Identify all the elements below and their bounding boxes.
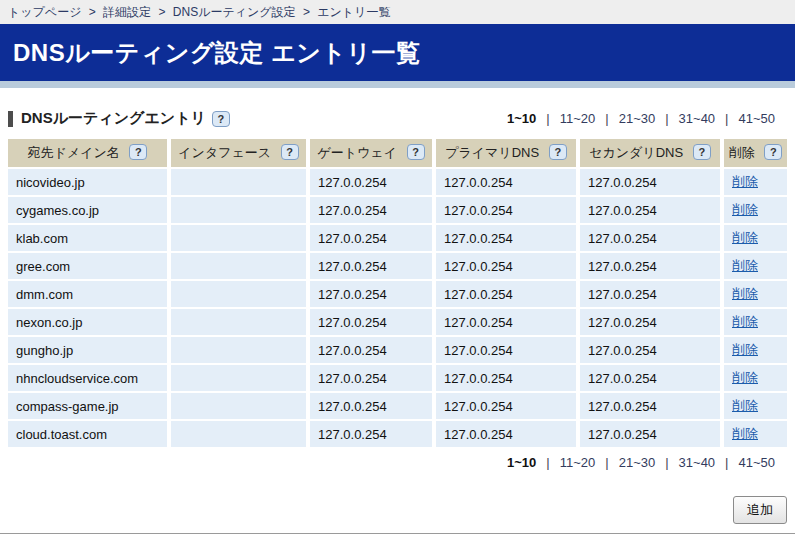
gateway-cell: 127.0.0.254 (308, 168, 434, 196)
delete-link[interactable]: 削除 (732, 314, 758, 329)
pagination-bottom: 1~10|11~20|21~30|31~40|41~50 (8, 455, 775, 470)
primary-dns-cell: 127.0.0.254 (434, 420, 578, 448)
help-icon[interactable]: ? (693, 144, 711, 160)
delete-link[interactable]: 削除 (732, 342, 758, 357)
breadcrumb-separator: > (158, 5, 165, 19)
secondary-dns-cell: 127.0.0.254 (578, 252, 722, 280)
delete-link[interactable]: 削除 (732, 174, 758, 189)
primary-dns-cell: 127.0.0.254 (434, 392, 578, 420)
column-header-gateway: ゲートウェイ ? (308, 139, 434, 168)
page: トップページ > 詳細設定 > DNSルーティング設定 > エントリ一覧 DNS… (0, 0, 795, 543)
pagination-separator: | (725, 111, 728, 126)
gateway-cell: 127.0.0.254 (308, 224, 434, 252)
breadcrumb-link-advanced-settings[interactable]: 詳細設定 (103, 5, 151, 19)
main-content: DNSルーティングエントリ ? 1~10|11~20|21~30|31~40|4… (0, 109, 795, 524)
pagination-top: 1~10|11~20|21~30|31~40|41~50 (507, 111, 775, 126)
secondary-dns-cell: 127.0.0.254 (578, 392, 722, 420)
section-title: DNSルーティングエントリ (21, 109, 206, 128)
pagination-range-2[interactable]: 11~20 (560, 111, 596, 126)
breadcrumb: トップページ > 詳細設定 > DNSルーティング設定 > エントリ一覧 (0, 0, 795, 24)
column-header-label: 削除 (729, 145, 755, 160)
pagination-range-5[interactable]: 41~50 (738, 111, 775, 126)
delete-link[interactable]: 削除 (732, 286, 758, 301)
breadcrumb-current-entry-list: エントリ一覧 (317, 5, 390, 19)
primary-dns-cell: 127.0.0.254 (434, 280, 578, 308)
delete-link[interactable]: 削除 (732, 426, 758, 441)
pagination-range-5[interactable]: 41~50 (738, 455, 775, 470)
pagination-range-2[interactable]: 11~20 (560, 455, 596, 470)
interface-cell (169, 280, 308, 308)
secondary-dns-cell: 127.0.0.254 (578, 336, 722, 364)
page-title-band: DNSルーティング設定 エントリ一覧 (0, 24, 795, 81)
delete-cell: 削除 (722, 168, 787, 196)
column-header-label: プライマリDNS (445, 145, 539, 160)
interface-cell (169, 308, 308, 336)
pagination-separator: | (546, 111, 549, 126)
pagination-range-4[interactable]: 31~40 (679, 111, 716, 126)
column-header-label: 宛先ドメイン名 (28, 145, 120, 160)
table-row: compass-game.jp127.0.0.254127.0.0.254127… (8, 392, 787, 420)
column-header-destination-domain: 宛先ドメイン名 ? (8, 139, 169, 168)
gateway-cell: 127.0.0.254 (308, 420, 434, 448)
help-icon[interactable]: ? (129, 144, 147, 160)
gateway-cell: 127.0.0.254 (308, 392, 434, 420)
dns-routing-entry-table: 宛先ドメイン名 ? インタフェース ? ゲートウェイ ? プライマリDNS ? (8, 139, 787, 449)
interface-cell (169, 252, 308, 280)
secondary-dns-cell: 127.0.0.254 (578, 280, 722, 308)
primary-dns-cell: 127.0.0.254 (434, 168, 578, 196)
domain-cell: klab.com (8, 224, 169, 252)
gateway-cell: 127.0.0.254 (308, 196, 434, 224)
pagination-separator: | (546, 455, 549, 470)
gateway-cell: 127.0.0.254 (308, 308, 434, 336)
primary-dns-cell: 127.0.0.254 (434, 336, 578, 364)
interface-cell (169, 364, 308, 392)
interface-cell (169, 392, 308, 420)
primary-dns-cell: 127.0.0.254 (434, 364, 578, 392)
delete-cell: 削除 (722, 336, 787, 364)
section-title-block: DNSルーティングエントリ ? (8, 109, 230, 128)
interface-cell (169, 196, 308, 224)
delete-cell: 削除 (722, 308, 787, 336)
help-icon[interactable]: ? (407, 144, 425, 160)
pagination-range-3[interactable]: 21~30 (619, 111, 656, 126)
gateway-cell: 127.0.0.254 (308, 364, 434, 392)
help-icon[interactable]: ? (764, 144, 782, 160)
secondary-dns-cell: 127.0.0.254 (578, 364, 722, 392)
help-icon[interactable]: ? (281, 144, 299, 160)
delete-link[interactable]: 削除 (732, 398, 758, 413)
section-title-marker (8, 111, 13, 127)
breadcrumb-link-top-page[interactable]: トップページ (8, 5, 81, 19)
table-row: klab.com127.0.0.254127.0.0.254127.0.0.25… (8, 224, 787, 252)
pagination-range-4[interactable]: 31~40 (679, 455, 716, 470)
delete-link[interactable]: 削除 (732, 230, 758, 245)
table-row: nhncloudservice.com127.0.0.254127.0.0.25… (8, 364, 787, 392)
help-icon[interactable]: ? (212, 111, 230, 127)
column-header-label: ゲートウェイ (317, 145, 397, 160)
interface-cell (169, 224, 308, 252)
pagination-separator: | (605, 455, 608, 470)
breadcrumb-link-dns-routing-settings[interactable]: DNSルーティング設定 (173, 5, 296, 19)
add-button-row: 追加 (8, 496, 787, 524)
table-row: nicovideo.jp127.0.0.254127.0.0.254127.0.… (8, 168, 787, 196)
domain-cell: compass-game.jp (8, 392, 169, 420)
table-row: cygames.co.jp127.0.0.254127.0.0.254127.0… (8, 196, 787, 224)
pagination-range-3[interactable]: 21~30 (619, 455, 656, 470)
table-row: nexon.co.jp127.0.0.254127.0.0.254127.0.0… (8, 308, 787, 336)
pagination-separator: | (725, 455, 728, 470)
breadcrumb-separator: > (89, 5, 96, 19)
delete-cell: 削除 (722, 392, 787, 420)
column-header-secondary-dns: セカンダリDNS ? (578, 139, 722, 168)
delete-cell: 削除 (722, 280, 787, 308)
pagination-separator: | (605, 111, 608, 126)
delete-cell: 削除 (722, 364, 787, 392)
delete-link[interactable]: 削除 (732, 258, 758, 273)
secondary-dns-cell: 127.0.0.254 (578, 420, 722, 448)
add-button[interactable]: 追加 (733, 496, 787, 524)
delete-link[interactable]: 削除 (732, 370, 758, 385)
gateway-cell: 127.0.0.254 (308, 336, 434, 364)
delete-link[interactable]: 削除 (732, 202, 758, 217)
help-icon[interactable]: ? (549, 144, 567, 160)
domain-cell: dmm.com (8, 280, 169, 308)
delete-cell: 削除 (722, 420, 787, 448)
interface-cell (169, 168, 308, 196)
